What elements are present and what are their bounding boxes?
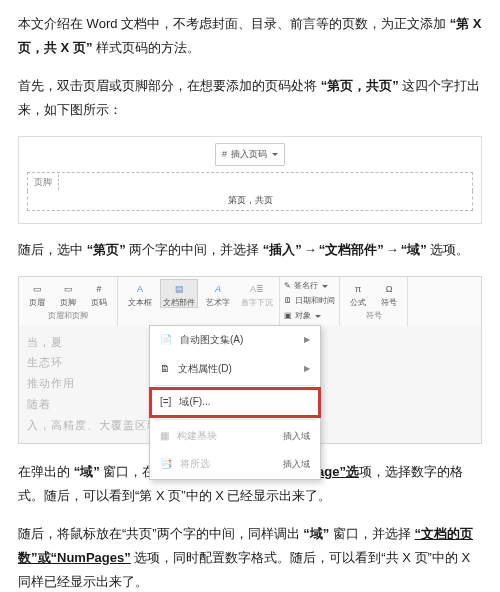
intro-paragraph: 本文介绍在 Word 文档中，不考虑封面、目录、前言等的页数，为正文添加 “第 … — [18, 12, 482, 60]
chevron-right-icon: ▶ — [304, 362, 310, 377]
text: 随后，将鼠标放在“共页”两个字的中间，同样调出 — [18, 526, 303, 541]
omega-icon: Ω — [380, 280, 398, 298]
object-icon: ▣ — [284, 309, 292, 324]
menu-separator — [154, 419, 316, 420]
footer-label-row: 页脚 — [27, 172, 473, 192]
bold-text: “第页，共页” — [321, 78, 399, 93]
quick-parts-icon: ▤ — [170, 280, 188, 298]
calendar-icon: 🗓 — [284, 294, 292, 309]
header-footer-screenshot: # 插入页码 页脚 第页，共页 — [18, 136, 482, 224]
ribbon-bar: ▭ 页眉 ▭ 页脚 # 页码 页眉和页脚 — [19, 277, 481, 325]
text: 在弹出的 — [18, 464, 74, 479]
quick-parts-dropdown: 📄 自动图文集(A) ▶ 🗎 文档属性(D) ▶ [=] 域(F)... ▦ 构… — [149, 325, 321, 480]
text: 随后，选中 — [18, 242, 87, 257]
tooltip-text: 插入域 — [283, 456, 310, 473]
save-selection-icon: 📑 — [160, 455, 172, 474]
footer-button[interactable]: ▭ 页脚 — [54, 280, 82, 307]
wordart-button[interactable]: A 艺术字 — [200, 280, 236, 307]
text-group: A 文本框 ▤ 文档部件 A 艺术字 A≣ 首字下沉 — [118, 277, 280, 325]
insert-page-number-tooltip: # 插入页码 — [215, 143, 285, 166]
header-button[interactable]: ▭ 页眉 — [23, 280, 51, 307]
label: 页码 — [91, 299, 107, 307]
footer-label: 页脚 — [32, 174, 59, 191]
header-footer-group: ▭ 页眉 ▭ 页脚 # 页码 页眉和页脚 — [19, 277, 118, 325]
chevron-down-icon — [272, 153, 278, 156]
text-box-button[interactable]: A 文本框 — [122, 280, 158, 307]
tooltip-label: 插入页码 — [231, 146, 267, 163]
signature-icon: ✎ — [284, 279, 291, 294]
header-icon: ▭ — [28, 280, 46, 298]
label: 自动图文集(A) — [180, 331, 243, 350]
word-ribbon-screenshot: ▭ 页眉 ▭ 页脚 # 页码 页眉和页脚 — [18, 276, 482, 443]
bold-text: “域” — [401, 242, 427, 257]
text: 两个字的中间，并选择 — [126, 242, 263, 257]
drop-cap-icon: A≣ — [248, 280, 266, 298]
label: 文档属性(D) — [178, 360, 232, 379]
wordart-icon: A — [209, 280, 227, 298]
field-menu-item[interactable]: [=] 域(F)... — [150, 388, 320, 417]
label: 公式 — [350, 299, 366, 307]
equation-button[interactable]: π 公式 — [344, 280, 372, 307]
arrow-icon: → — [384, 242, 401, 257]
chevron-right-icon: ▶ — [304, 333, 310, 348]
text: 本文介绍在 Word 文档中，不考虑封面、目录、前言等的页数，为正文添加 — [18, 16, 450, 31]
label: 对象 — [295, 309, 311, 324]
document-property-menu-item[interactable]: 🗎 文档属性(D) ▶ — [150, 355, 320, 384]
building-blocks-menu-item[interactable]: ▦ 构建基块 插入域 — [150, 422, 320, 451]
chevron-down-icon — [322, 285, 328, 288]
pi-icon: π — [349, 280, 367, 298]
page-number-button[interactable]: # 页码 — [85, 280, 113, 307]
save-selection-menu-item[interactable]: 📑 将所选 插入域 — [150, 450, 320, 479]
arrow-icon: → — [302, 242, 319, 257]
label: 页脚 — [60, 299, 76, 307]
date-time-button[interactable]: 🗓日期和时间 — [284, 294, 335, 309]
label: 文本框 — [128, 299, 152, 307]
object-button[interactable]: ▣对象 — [284, 309, 335, 324]
label: 日期和时间 — [295, 294, 335, 309]
signature-line-button[interactable]: ✎签名行 — [284, 279, 335, 294]
bold-text: “插入” — [263, 242, 302, 257]
chevron-down-icon — [315, 315, 321, 318]
bold-text: “第页” — [87, 242, 126, 257]
symbol-button[interactable]: Ω 符号 — [375, 280, 403, 307]
label: 域(F)... — [179, 393, 210, 412]
group-label: 符号 — [344, 307, 403, 324]
bold-text: “文档部件” — [319, 242, 384, 257]
text: 样式页码的方法。 — [92, 40, 200, 55]
text: 选项。 — [427, 242, 470, 257]
label: 构建基块 — [177, 427, 217, 446]
footer-icon: ▭ — [59, 280, 77, 298]
document-icon: 🗎 — [160, 360, 170, 379]
bold-text: “域” — [74, 464, 100, 479]
tooltip-row: # 插入页码 — [27, 143, 473, 166]
menu-separator — [154, 385, 316, 386]
footer-content-row: 第页，共页 — [27, 191, 473, 211]
tooltip-text: 插入域 — [283, 428, 310, 445]
autotext-menu-item[interactable]: 📄 自动图文集(A) ▶ — [150, 326, 320, 355]
label: 签名行 — [294, 279, 318, 294]
autotext-icon: 📄 — [160, 331, 172, 350]
quick-parts-button[interactable]: ▤ 文档部件 — [161, 280, 197, 307]
step2-paragraph: 随后，选中 “第页” 两个字的中间，并选择 “插入”→“文档部件”→“域” 选项… — [18, 238, 482, 262]
label: 首字下沉 — [241, 299, 273, 307]
text: 窗口，并选择 — [329, 526, 414, 541]
page-number-icon: # — [90, 280, 108, 298]
group-label: 页眉和页脚 — [23, 307, 113, 324]
label: 文档部件 — [163, 299, 195, 307]
bold-text: “域” — [303, 526, 329, 541]
drop-cap-button[interactable]: A≣ 首字下沉 — [239, 280, 275, 307]
hash-icon: # — [222, 146, 227, 163]
insert-extras-group: ✎签名行 🗓日期和时间 ▣对象 — [280, 277, 340, 325]
text: 首先，双击页眉或页脚部分，在想要添加的页码处将 — [18, 78, 321, 93]
label: 艺术字 — [206, 299, 230, 307]
label: 页眉 — [29, 299, 45, 307]
label: 符号 — [381, 299, 397, 307]
text-box-icon: A — [131, 280, 149, 298]
footer-text: 第页，共页 — [32, 192, 468, 209]
label: 将所选 — [180, 455, 210, 474]
symbols-group: π 公式 Ω 符号 符号 — [340, 277, 408, 325]
article-page: 本文介绍在 Word 文档中，不考虑封面、目录、前言等的页数，为正文添加 “第 … — [0, 0, 500, 592]
step1-paragraph: 首先，双击页眉或页脚部分，在想要添加的页码处将 “第页，共页” 这四个字打出来，… — [18, 74, 482, 122]
field-icon: [=] — [160, 393, 171, 412]
step4-paragraph: 随后，将鼠标放在“共页”两个字的中间，同样调出 “域” 窗口，并选择 “文档的页… — [18, 522, 482, 592]
